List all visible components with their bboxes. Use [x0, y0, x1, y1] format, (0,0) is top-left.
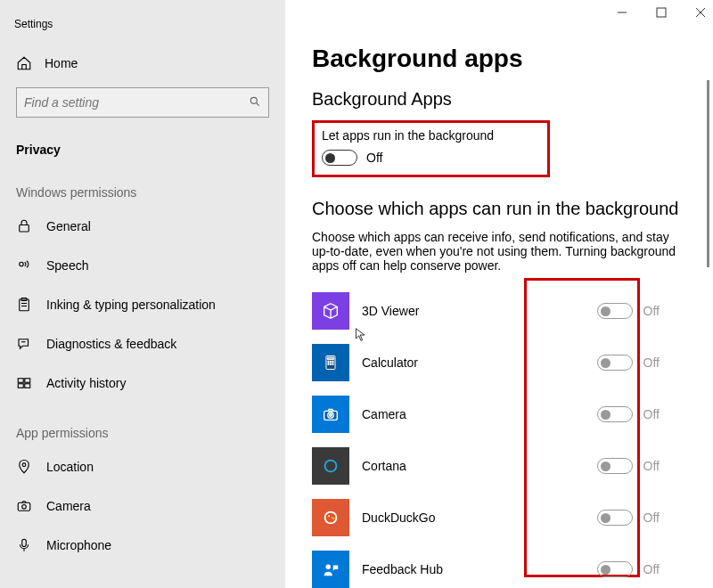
window-controls [615, 5, 708, 20]
app-icon-camera [312, 396, 349, 433]
sidebar-item-label: General [46, 219, 91, 233]
sidebar-item-camera[interactable]: Camera [0, 486, 285, 526]
sidebar-item-inking[interactable]: Inking & typing personalization [0, 285, 285, 324]
app-toggle-state: Off [643, 459, 660, 473]
svg-point-0 [250, 97, 257, 103]
sidebar-item-general[interactable]: General [0, 207, 285, 246]
svg-line-1 [257, 102, 259, 105]
side-group-windows-permissions: Windows permissions General Speech Inkin… [0, 175, 285, 403]
app-icon-3dviewer [312, 292, 349, 330]
app-icon-duckduckgo [312, 499, 349, 536]
svg-point-27 [330, 363, 332, 365]
camera-icon [16, 498, 32, 514]
app-toggle-state: Off [643, 407, 660, 421]
sidebar-item-label: Inking & typing personalization [46, 298, 216, 312]
app-toggle[interactable] [597, 355, 633, 371]
svg-point-26 [328, 363, 330, 365]
close-button[interactable] [693, 5, 708, 20]
svg-rect-2 [20, 225, 29, 233]
location-icon [16, 459, 32, 475]
app-toggle-state: Off [643, 510, 660, 525]
app-toggle-state: Off [643, 355, 660, 370]
sidebar-item-label: Camera [46, 499, 91, 513]
scrollbar[interactable] [707, 80, 709, 267]
master-toggle-label: Let apps run in the background [322, 128, 494, 143]
app-icon-calculator [312, 344, 349, 381]
master-toggle[interactable] [322, 150, 357, 166]
sidebar-item-location[interactable]: Location [0, 447, 285, 486]
master-toggle-state: Off [366, 151, 382, 165]
section-title: Background Apps [312, 89, 686, 110]
app-list: 3D Viewer Off Calculator Off Camera [312, 285, 686, 588]
search-input[interactable] [24, 95, 249, 110]
svg-point-24 [330, 361, 332, 363]
feedback-icon [16, 336, 32, 352]
side-group-app-permissions: App permissions Location Camera Micropho… [0, 415, 285, 565]
app-toggle[interactable] [597, 458, 633, 474]
svg-point-13 [22, 463, 26, 467]
svg-rect-11 [18, 384, 23, 388]
clipboard-icon [16, 297, 32, 313]
app-icon-feedbackhub [312, 551, 349, 588]
choose-heading: Choose which apps can run in the backgro… [312, 199, 686, 219]
sidebar-item-speech[interactable]: Speech [0, 246, 285, 285]
minimize-button[interactable] [615, 5, 629, 20]
app-toggle[interactable] [597, 561, 633, 577]
svg-point-32 [325, 461, 337, 472]
sidebar-item-label: Speech [46, 258, 88, 273]
home-nav[interactable]: Home [0, 46, 285, 80]
app-toggle[interactable] [597, 406, 633, 422]
side-group-title: Windows permissions [0, 175, 285, 207]
svg-rect-22 [328, 357, 334, 360]
master-toggle-highlight: Let apps run in the background Off [312, 120, 550, 177]
main-content: Background apps Background Apps Let apps… [285, 0, 713, 588]
sidebar: Settings Home Privacy Windows permission… [0, 0, 285, 588]
choose-description: Choose which apps can receive info, send… [312, 230, 686, 273]
app-toggle[interactable] [597, 303, 633, 319]
svg-rect-14 [18, 502, 30, 510]
sidebar-item-diagnostics[interactable]: Diagnostics & feedback [0, 324, 285, 363]
svg-rect-18 [657, 8, 666, 17]
app-icon-cortana [312, 447, 349, 485]
svg-point-25 [332, 361, 334, 363]
svg-rect-10 [25, 379, 30, 383]
app-row-cortana: Cortana Off [312, 440, 686, 492]
sidebar-item-label: Location [46, 460, 94, 474]
app-row-feedbackhub: Feedback Hub Off [312, 543, 686, 588]
sidebar-item-label: Diagnostics & feedback [46, 337, 176, 351]
app-row-camera: Camera Off [312, 388, 686, 440]
sidebar-item-label: Activity history [46, 376, 126, 390]
svg-rect-16 [22, 539, 27, 546]
page-title: Background apps [312, 45, 686, 73]
current-section: Privacy [0, 134, 285, 175]
speech-icon [16, 257, 32, 274]
lock-icon [16, 218, 32, 234]
svg-point-35 [328, 515, 330, 517]
sidebar-item-label: Microphone [46, 538, 111, 552]
svg-point-3 [20, 262, 24, 266]
svg-point-15 [22, 505, 27, 510]
search-icon [249, 95, 261, 110]
svg-point-31 [330, 414, 332, 417]
sidebar-item-microphone[interactable]: Microphone [0, 526, 285, 565]
microphone-icon [16, 537, 32, 553]
app-row-duckduckgo: DuckDuckGo Off [312, 492, 686, 543]
svg-rect-12 [25, 384, 30, 388]
activity-icon [16, 375, 32, 391]
side-group-title: App permissions [0, 415, 285, 447]
app-row-calculator: Calculator Off [312, 337, 686, 388]
svg-point-28 [332, 363, 334, 365]
home-icon [16, 55, 32, 71]
svg-point-23 [328, 361, 330, 363]
app-toggle[interactable] [597, 510, 633, 526]
app-toggle-state: Off [643, 304, 660, 318]
sidebar-item-activity[interactable]: Activity history [0, 363, 285, 403]
window-title: Settings [0, 18, 285, 46]
home-label: Home [45, 56, 78, 70]
app-row-3dviewer: 3D Viewer Off [312, 285, 686, 337]
search-box[interactable] [16, 87, 269, 118]
maximize-button[interactable] [654, 5, 668, 20]
svg-point-36 [326, 565, 332, 570]
app-toggle-state: Off [643, 562, 660, 576]
svg-rect-9 [18, 379, 23, 383]
